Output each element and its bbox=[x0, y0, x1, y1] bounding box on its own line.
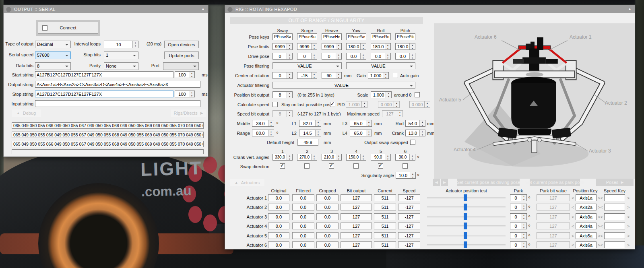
connect-checkbox[interactable] bbox=[42, 25, 47, 31]
start-string-input[interactable] bbox=[35, 71, 173, 78]
spinner-arrows-icon[interactable] bbox=[336, 53, 341, 59]
park-spinner[interactable]: 0 bbox=[510, 213, 527, 220]
serial-window-titlebar[interactable]: OUTPUT :: SERIAL ▲ bbox=[4, 5, 208, 13]
pose-limit-spinner[interactable]: 9999 bbox=[297, 43, 317, 50]
singularity-angle-spinner[interactable]: 10.0 bbox=[396, 172, 416, 179]
crank-angle-spinner[interactable]: 210.0 bbox=[322, 154, 342, 161]
center-y-spinner[interactable]: -15 bbox=[297, 72, 317, 79]
connect-button[interactable]: Connect bbox=[38, 22, 98, 34]
spinner-arrows-icon[interactable] bbox=[189, 72, 194, 78]
spinner-arrows-icon[interactable] bbox=[424, 101, 430, 107]
speed-key-input[interactable] bbox=[604, 232, 625, 239]
pid-i-spinner[interactable]: 0.000 bbox=[378, 101, 400, 108]
spinner-arrows-icon[interactable] bbox=[287, 92, 292, 98]
pose-filtering-select-2[interactable]: VALUE bbox=[346, 62, 415, 69]
spinner-arrows-icon[interactable] bbox=[410, 172, 415, 178]
center-z-spinner[interactable]: 90 bbox=[322, 72, 342, 79]
spinner-arrows-icon[interactable] bbox=[521, 214, 526, 220]
collapse-icon[interactable]: ▲ bbox=[201, 7, 205, 11]
drive-pose-spinner[interactable]: 0 bbox=[272, 53, 293, 60]
pose-limit-spinner[interactable]: 9999 bbox=[272, 43, 293, 50]
park-spinner[interactable]: 0 bbox=[510, 204, 527, 210]
set-park-pose-button[interactable]: Set current pose as park pose bbox=[530, 179, 580, 186]
spinner-arrows-icon[interactable] bbox=[385, 154, 390, 160]
output-swap-checkbox[interactable] bbox=[410, 140, 415, 145]
spinner-arrows-icon[interactable] bbox=[287, 111, 292, 117]
pid-p-spinner[interactable]: 1.000 bbox=[346, 101, 367, 108]
pose-limit-spinner[interactable]: 180.0 bbox=[371, 43, 391, 50]
spinner-arrows-icon[interactable] bbox=[394, 101, 399, 107]
spinner-arrows-icon[interactable] bbox=[189, 91, 194, 97]
position-bit-spinner[interactable]: 8 bbox=[272, 91, 293, 98]
spinner-arrows-icon[interactable] bbox=[386, 92, 391, 98]
actuator-position-slider[interactable] bbox=[427, 194, 506, 201]
start-delay-spinner[interactable]: 100 bbox=[175, 71, 195, 78]
stop-delay-spinner[interactable]: 100 bbox=[175, 91, 195, 97]
crank-angle-spinner[interactable]: 150.0 bbox=[346, 154, 366, 161]
swap-direction-checkbox-5[interactable] bbox=[378, 163, 383, 169]
spinner-arrows-icon[interactable] bbox=[287, 53, 292, 59]
actuator-position-slider[interactable] bbox=[427, 232, 506, 239]
park-spinner[interactable]: 0 bbox=[510, 241, 527, 248]
actuator-filtering-select[interactable]: VALUE bbox=[272, 82, 415, 89]
speed-key-input[interactable] bbox=[604, 194, 625, 201]
crank-angle-spinner[interactable]: 270.0 bbox=[297, 154, 317, 161]
auto-gain-checkbox[interactable] bbox=[393, 73, 398, 78]
pose-key-input[interactable] bbox=[297, 33, 317, 40]
pose-limit-spinner[interactable]: 180.0 bbox=[395, 43, 415, 50]
pid-checkbox[interactable] bbox=[330, 102, 335, 107]
output-string-input[interactable] bbox=[35, 81, 200, 88]
actuator-position-slider[interactable] bbox=[427, 204, 506, 210]
swap-direction-checkbox-2[interactable] bbox=[304, 163, 310, 169]
type-of-output-select[interactable]: Decimal bbox=[35, 41, 71, 48]
parity-select[interactable]: None bbox=[104, 62, 138, 70]
spinner-arrows-icon[interactable] bbox=[360, 53, 366, 59]
drive-pose-spinner[interactable]: 0 bbox=[297, 53, 317, 60]
input-string-input[interactable] bbox=[35, 100, 200, 107]
pose-key-input[interactable] bbox=[346, 33, 366, 40]
scale-spinner[interactable]: 1.000 bbox=[371, 91, 392, 98]
spinner-arrows-icon[interactable] bbox=[521, 223, 526, 229]
spinner-arrows-icon[interactable] bbox=[366, 130, 372, 136]
spinner-arrows-icon[interactable] bbox=[521, 242, 526, 248]
spinner-arrows-icon[interactable] bbox=[287, 154, 292, 160]
pid-d-spinner[interactable]: 0.000 bbox=[409, 101, 430, 108]
spinner-arrows-icon[interactable] bbox=[311, 154, 317, 160]
stop-bits-select[interactable]: 1 bbox=[104, 52, 138, 59]
spinner-arrows-icon[interactable] bbox=[336, 72, 341, 78]
poses-button[interactable]: Poses▶ bbox=[596, 179, 634, 186]
spinner-arrows-icon[interactable] bbox=[361, 101, 367, 107]
spinner-arrows-icon[interactable] bbox=[521, 233, 526, 239]
pose-next-button[interactable]: ▶ bbox=[441, 179, 448, 186]
pose-limit-spinner[interactable]: 180.0 bbox=[346, 43, 366, 50]
spinner-arrows-icon[interactable] bbox=[132, 41, 138, 48]
stop-string-input[interactable] bbox=[35, 91, 173, 97]
update-ports-button[interactable]: Update ports bbox=[164, 52, 199, 59]
slider-handle[interactable] bbox=[464, 204, 467, 210]
slider-handle[interactable] bbox=[464, 194, 467, 201]
park-spinner[interactable]: 0 bbox=[510, 194, 527, 201]
swap-direction-checkbox-3[interactable] bbox=[329, 163, 334, 169]
spinner-arrows-icon[interactable] bbox=[315, 120, 321, 126]
spinner-arrows-icon[interactable] bbox=[311, 43, 317, 49]
position-key-input[interactable] bbox=[576, 194, 597, 201]
interval-loops-spinner[interactable]: 10 bbox=[104, 41, 138, 48]
crank-angle-spinner[interactable]: 30.0 bbox=[395, 154, 415, 161]
spinner-arrows-icon[interactable] bbox=[268, 120, 274, 126]
speed-bit-spinner[interactable]: 8 bbox=[272, 110, 293, 117]
actuators-tab[interactable]: ▲ Actuators bbox=[230, 179, 264, 186]
crank-spinner[interactable]: 13.0 bbox=[405, 130, 425, 136]
slider-handle[interactable] bbox=[464, 213, 467, 220]
spinner-arrows-icon[interactable] bbox=[385, 43, 390, 49]
spinner-arrows-icon[interactable] bbox=[409, 53, 415, 59]
center-x-spinner[interactable]: 0 bbox=[272, 72, 293, 79]
spinner-arrows-icon[interactable] bbox=[315, 130, 321, 136]
slider-handle[interactable] bbox=[464, 241, 467, 248]
rig-window-titlebar[interactable]: RIG :: ROTATING HEXAPOD ▲ bbox=[225, 5, 635, 13]
calculate-speed-checkbox[interactable] bbox=[272, 102, 278, 107]
pose-limit-spinner[interactable]: 9999 bbox=[322, 43, 342, 50]
data-bits-select[interactable]: 8 bbox=[35, 62, 71, 70]
open-devices-button[interactable]: Open devices bbox=[164, 41, 199, 48]
spinner-arrows-icon[interactable] bbox=[366, 120, 372, 126]
port-select[interactable] bbox=[163, 62, 199, 70]
